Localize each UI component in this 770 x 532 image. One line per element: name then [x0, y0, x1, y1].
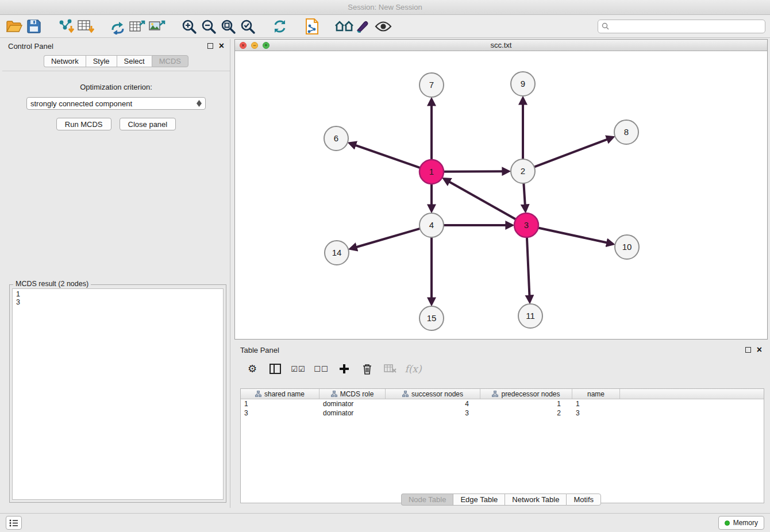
- node-table: shared name MCDS role successor nodes pr…: [240, 388, 764, 503]
- search-field[interactable]: [598, 20, 765, 33]
- graph-node-2[interactable]: 2: [511, 159, 535, 183]
- task-history-button[interactable]: [6, 516, 22, 530]
- tab-motifs[interactable]: Motifs: [566, 494, 601, 506]
- dropdown-arrows-icon: [197, 100, 202, 107]
- import-table-icon[interactable]: [76, 17, 95, 36]
- graph-edge-2-3[interactable]: [523, 183, 525, 205]
- graph-node-14[interactable]: 14: [325, 241, 349, 265]
- zoom-fit-icon[interactable]: [218, 17, 238, 36]
- new-network-view-icon[interactable]: [302, 17, 322, 36]
- window-title: Session: New Session: [348, 3, 422, 11]
- column-tree-icon: [331, 391, 337, 397]
- svg-text:14: 14: [332, 248, 342, 257]
- network-view-window: scc.txt × − + 1234678910111415: [234, 39, 768, 340]
- column-header-predecessor-nodes[interactable]: predecessor nodes: [480, 389, 572, 399]
- graph-node-4[interactable]: 4: [419, 213, 444, 237]
- graph-node-7[interactable]: 7: [419, 73, 444, 97]
- import-network-icon[interactable]: [56, 17, 76, 36]
- add-column-icon[interactable]: [337, 361, 352, 376]
- tab-mcds[interactable]: MCDS: [152, 55, 188, 67]
- zoom-out-icon[interactable]: [199, 17, 218, 36]
- control-panel-header: Control Panel ×: [2, 39, 230, 53]
- export-network-icon[interactable]: [108, 17, 128, 36]
- graph-node-15[interactable]: 15: [419, 306, 444, 330]
- delete-table-icon[interactable]: [383, 361, 398, 376]
- graph-node-1[interactable]: 1: [419, 160, 444, 184]
- home-layout-icon[interactable]: [334, 17, 354, 36]
- export-image-icon[interactable]: [147, 17, 167, 36]
- tab-node-table[interactable]: Node Table: [401, 494, 453, 506]
- table-settings-gear-icon[interactable]: ⚙: [245, 361, 260, 376]
- show-graphics-icon[interactable]: [374, 17, 393, 36]
- table-empty-area: [241, 418, 764, 503]
- table-row[interactable]: 3 dominator 3 2 3: [241, 408, 764, 418]
- graph-edge-3-11[interactable]: [527, 237, 530, 296]
- memory-status-icon: [725, 521, 730, 526]
- column-header-successor-nodes[interactable]: successor nodes: [386, 389, 480, 399]
- graph-edge-3-1[interactable]: [449, 182, 515, 219]
- function-builder-icon[interactable]: f(x): [406, 361, 421, 376]
- table-row[interactable]: 1 dominator 4 1 1: [241, 399, 764, 408]
- criterion-dropdown[interactable]: strongly connected component: [26, 97, 206, 110]
- svg-text:8: 8: [624, 127, 629, 137]
- save-session-icon[interactable]: [24, 17, 44, 36]
- column-header-shared-name[interactable]: shared name: [241, 389, 319, 399]
- graph-edge-1-6[interactable]: [355, 145, 420, 168]
- svg-text:2: 2: [521, 166, 525, 176]
- graph-edge-1-2[interactable]: [444, 171, 503, 172]
- main-toolbar: [0, 15, 770, 38]
- table-tabs: Node Table Edge Table Network Table Moti…: [234, 494, 768, 506]
- run-mcds-button[interactable]: Run MCDS: [56, 118, 111, 130]
- export-table-icon[interactable]: [128, 17, 147, 36]
- tab-select[interactable]: Select: [117, 55, 152, 67]
- apply-style-icon[interactable]: [354, 17, 374, 36]
- tab-network[interactable]: Network: [44, 55, 86, 67]
- table-panel-header: Table Panel ×: [234, 343, 768, 357]
- graph-node-6[interactable]: 6: [324, 126, 348, 151]
- svg-text:3: 3: [524, 220, 529, 230]
- delete-column-icon[interactable]: [360, 361, 375, 376]
- column-visibility-icon[interactable]: [268, 361, 283, 376]
- column-tree-icon: [402, 391, 409, 397]
- graph-node-10[interactable]: 10: [615, 235, 639, 259]
- deselect-all-icon[interactable]: ☐☐: [314, 361, 329, 376]
- graph-edge-4-14[interactable]: [356, 229, 420, 247]
- table-panel-title: Table Panel: [240, 346, 279, 354]
- tab-edge-table[interactable]: Edge Table: [453, 494, 505, 506]
- tab-style[interactable]: Style: [86, 55, 117, 67]
- refresh-view-icon[interactable]: [270, 17, 290, 36]
- graph-node-9[interactable]: 9: [511, 72, 535, 96]
- search-input[interactable]: [611, 22, 761, 30]
- network-window-titlebar: scc.txt × − +: [235, 40, 767, 51]
- zoom-selected-icon[interactable]: [238, 17, 257, 36]
- search-icon: [602, 22, 609, 30]
- control-panel-tabs: Network Style Select MCDS: [2, 55, 230, 67]
- close-table-panel-icon[interactable]: ×: [757, 347, 762, 353]
- select-all-icon[interactable]: ☑☑: [291, 361, 306, 376]
- close-panel-button[interactable]: Close panel: [120, 118, 176, 130]
- graph-node-8[interactable]: 8: [614, 120, 638, 144]
- float-panel-icon[interactable]: [207, 43, 213, 49]
- table-panel: Table Panel × ⚙ ☑☑ ☐☐ f(x) shared name: [234, 343, 768, 510]
- memory-label: Memory: [733, 519, 758, 527]
- close-panel-icon[interactable]: ×: [219, 43, 224, 49]
- window-titlebar: Session: New Session: [0, 0, 770, 15]
- optimization-criterion-label: Optimization criterion:: [2, 83, 230, 91]
- mcds-result-text[interactable]: 1 3: [12, 288, 224, 500]
- graph-node-11[interactable]: 11: [518, 304, 542, 328]
- network-graph-canvas[interactable]: 1234678910111415: [235, 51, 767, 339]
- column-header-name[interactable]: name: [572, 389, 620, 399]
- memory-button[interactable]: Memory: [718, 516, 764, 530]
- graph-node-3[interactable]: 3: [514, 213, 538, 237]
- tab-network-table[interactable]: Network Table: [505, 494, 566, 506]
- svg-text:7: 7: [429, 80, 434, 90]
- svg-text:10: 10: [622, 242, 632, 252]
- float-table-panel-icon[interactable]: [745, 347, 751, 353]
- graph-edge-3-10[interactable]: [538, 228, 607, 242]
- column-header-mcds-role[interactable]: MCDS role: [319, 389, 386, 399]
- zoom-in-icon[interactable]: [179, 17, 199, 36]
- graph-edge-2-8[interactable]: [534, 139, 608, 167]
- open-session-icon[interactable]: [5, 17, 24, 36]
- node-table-header: shared name MCDS role successor nodes pr…: [241, 389, 764, 399]
- svg-text:4: 4: [429, 220, 434, 230]
